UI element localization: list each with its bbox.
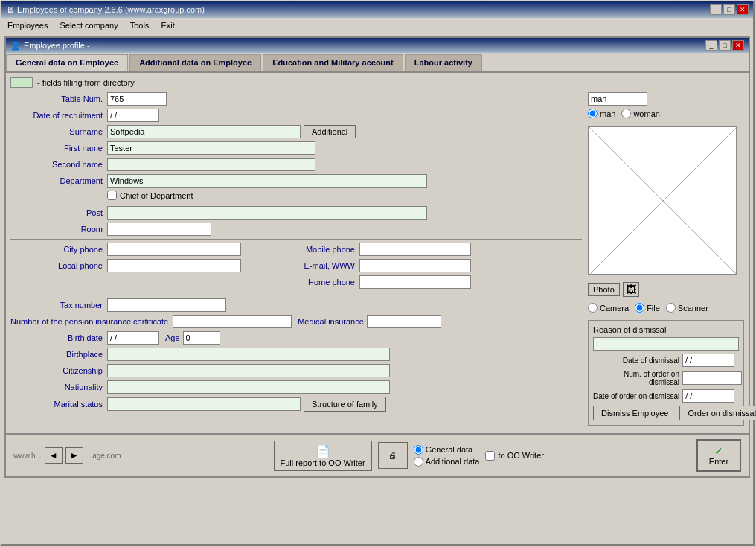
maximize-button[interactable]: □: [723, 4, 735, 15]
photo-button[interactable]: Photo: [588, 283, 620, 296]
medical-label: Medical insurance: [298, 317, 364, 326]
tax-input[interactable]: [107, 298, 226, 312]
dismissal-buttons: Dismiss Employee Order on dismissal: [593, 406, 739, 420]
enter-button[interactable]: ✓ Enter: [696, 439, 741, 472]
home-phone-input[interactable]: [359, 275, 471, 289]
tab-education[interactable]: Education and Military account: [263, 54, 403, 71]
title-bar-left: 🖥 Employees of company 2.6.6 (www.araxgr…: [6, 5, 205, 14]
mobile-phone-input[interactable]: [359, 243, 471, 256]
date-dismissal-row: Date of dismissal: [593, 354, 739, 367]
date-dismissal-input[interactable]: [682, 354, 734, 367]
order-dismissal-button[interactable]: Order on dismissal: [679, 406, 756, 420]
city-phone-input[interactable]: [107, 243, 241, 256]
num-order-label: Num. of order on dismissal: [593, 370, 682, 386]
oo-writer-checkbox[interactable]: [485, 451, 495, 461]
camera-radio[interactable]: [588, 303, 598, 313]
firstname-input[interactable]: [107, 141, 315, 155]
fields-hint-row: - fields filling from directory: [10, 77, 744, 88]
citizenship-input[interactable]: [107, 364, 390, 377]
close-button[interactable]: ✕: [737, 4, 749, 15]
birthplace-input[interactable]: [107, 348, 390, 361]
chief-checkbox[interactable]: [107, 191, 117, 200]
department-input[interactable]: [107, 174, 427, 188]
age-input[interactable]: [183, 331, 220, 345]
gender-man-option[interactable]: man: [588, 109, 615, 118]
gender-display-row: man woman: [588, 92, 744, 118]
birth-date-input[interactable]: [107, 331, 159, 345]
dismissal-reason-input[interactable]: [593, 337, 739, 351]
email-input[interactable]: [359, 259, 471, 272]
chief-checkbox-row: Chief of Department: [107, 191, 193, 200]
oo-writer-area: to OO Writer: [485, 451, 544, 461]
printer-button[interactable]: 🖨: [378, 442, 408, 469]
secondname-input[interactable]: [107, 158, 315, 171]
birth-date-label: Birth date: [10, 333, 107, 342]
chief-row: Chief of Department: [10, 191, 582, 203]
marital-status-label: Marital status: [10, 400, 107, 409]
secondname-label: Second name: [10, 160, 107, 169]
tab-general[interactable]: General data on Employee: [6, 54, 128, 71]
phones-section: City phone Local phone Mobile phone: [10, 243, 582, 292]
room-row: Room: [10, 223, 582, 236]
gender-woman-option[interactable]: woman: [621, 109, 659, 118]
gender-woman-radio[interactable]: [621, 109, 631, 118]
photo-icon-button[interactable]: 🖼: [623, 282, 639, 297]
file-option[interactable]: File: [635, 303, 660, 313]
menu-bar: Employees Select company Tools Exit: [1, 18, 753, 33]
gender-display-input[interactable]: [588, 92, 647, 106]
title-bar: 🖥 Employees of company 2.6.6 (www.araxgr…: [1, 1, 753, 18]
nav-prev-button[interactable]: ◄: [45, 447, 63, 464]
oo-writer-label: to OO Writer: [498, 451, 544, 460]
nav-next-button[interactable]: ►: [65, 447, 83, 464]
surname-input[interactable]: [107, 125, 301, 138]
surname-label: Surname: [10, 127, 107, 136]
scanner-option[interactable]: Scanner: [666, 303, 708, 313]
report-btn-label: Full report to OO Writer: [281, 458, 365, 467]
marital-status-input[interactable]: [107, 397, 301, 411]
pension-input[interactable]: [173, 315, 292, 328]
num-order-input[interactable]: [682, 371, 742, 385]
file-radio[interactable]: [635, 303, 644, 313]
additional-data-radio[interactable]: [414, 457, 423, 467]
scanner-radio[interactable]: [666, 303, 676, 313]
menu-employees[interactable]: Employees: [4, 19, 51, 31]
post-input[interactable]: [107, 206, 427, 220]
birth-date-row: Birth date Age: [10, 331, 582, 345]
room-input[interactable]: [107, 223, 211, 236]
num-order-row: Num. of order on dismissal: [593, 370, 739, 386]
bottom-right-text: ...age.com: [86, 452, 121, 460]
table-num-input[interactable]: [107, 92, 167, 106]
general-data-option[interactable]: General data: [414, 445, 480, 455]
local-phone-input[interactable]: [107, 259, 241, 272]
tab-labour[interactable]: Labour activity: [405, 54, 482, 71]
general-data-radio[interactable]: [414, 445, 423, 455]
secondary-minimize-button[interactable]: _: [705, 40, 717, 51]
date-recruitment-row: Date of recruitment: [10, 109, 582, 122]
date-recruitment-input[interactable]: [107, 109, 159, 122]
dismiss-employee-button[interactable]: Dismiss Employee: [593, 406, 676, 420]
phones-right: Mobile phone E-mail, WWW Home phone: [300, 243, 582, 292]
date-order-input[interactable]: [682, 389, 734, 403]
additional-data-option[interactable]: Additional data: [414, 457, 480, 467]
camera-option[interactable]: Camera: [588, 303, 629, 313]
structure-of-family-button[interactable]: Structure of family: [304, 397, 386, 412]
post-row: Post: [10, 206, 582, 220]
form-right: man woman: [588, 92, 744, 426]
nationality-input[interactable]: [107, 380, 390, 394]
additional-button[interactable]: Additional: [304, 125, 356, 138]
secondary-maximize-button[interactable]: □: [719, 40, 731, 51]
bottom-left-text: www.h...: [13, 452, 42, 460]
menu-tools[interactable]: Tools: [127, 19, 153, 31]
green-rect-indicator: [10, 77, 33, 88]
medical-input[interactable]: [367, 315, 441, 328]
birthplace-label: Birthplace: [10, 350, 107, 359]
minimize-button[interactable]: _: [710, 4, 722, 15]
full-report-button[interactable]: 📄 Full report to OO Writer: [274, 441, 372, 471]
gender-radio-group: man woman: [588, 109, 744, 118]
tab-additional[interactable]: Additional data on Employee: [129, 54, 261, 71]
menu-select-company[interactable]: Select company: [57, 19, 121, 31]
menu-exit[interactable]: Exit: [158, 19, 177, 31]
secondary-close-button[interactable]: ✕: [732, 40, 744, 51]
gender-man-radio[interactable]: [588, 109, 598, 118]
email-label: E-mail, WWW: [300, 261, 359, 270]
